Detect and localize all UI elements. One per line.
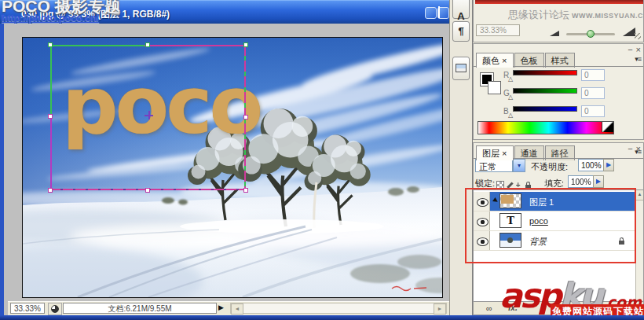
background-thumbnail[interactable]: [499, 233, 521, 248]
layers-panel-tabs: 图层 ×通道路径: [476, 145, 576, 159]
red-channel-slider[interactable]: [513, 70, 577, 75]
red-watermark-bar: [475, 0, 643, 4]
scroll-left-button[interactable]: ◄: [231, 303, 243, 314]
red-slider-thumb[interactable]: △: [508, 75, 513, 83]
blue-slider-thumb[interactable]: △: [508, 112, 513, 119]
layer-name[interactable]: 图层 1: [529, 197, 554, 208]
tree-dot: [507, 237, 513, 243]
visibility-cell: [474, 231, 490, 250]
link-layers-icon[interactable]: ∞: [486, 303, 492, 313]
layers-panel: −× 图层 ×通道路径 ▾≡ 正常 ▾ 不透明度: 100% ▶ 锁定: + 填…: [473, 142, 644, 315]
opacity-value-field[interactable]: 100%: [578, 159, 604, 171]
zoom-in-icon[interactable]: [623, 28, 635, 36]
image-canvas[interactable]: poco: [22, 37, 443, 298]
image-palette-button[interactable]: [452, 57, 470, 80]
blend-mode-arrow-icon[interactable]: ▾: [513, 159, 525, 172]
background-locked-icon: [619, 241, 624, 245]
lock-all-icon[interactable]: [525, 185, 531, 189]
layer1-content-preview: [501, 195, 514, 204]
lock-position-icon[interactable]: +: [516, 181, 521, 189]
window-bottom-edge: [0, 315, 644, 320]
palette-dock-strip: A ¶: [449, 0, 472, 315]
fill-spinner-arrow[interactable]: ▶: [593, 175, 604, 188]
layer-style-fx-icon[interactable]: fx.: [508, 303, 518, 312]
document-titlebar[interactable]: 030.jpg @ 33.3% (图层 1, RGB/8#): [0, 0, 449, 24]
scroll-right-button[interactable]: ►: [434, 303, 446, 314]
tab-close-icon[interactable]: ×: [502, 56, 507, 65]
missyuan-name: 思缘设计论坛: [508, 9, 569, 20]
navigator-panel: 思缘设计论坛 WWW.MISSYUAN.COM 33.33%: [473, 0, 644, 42]
zoom-out-icon[interactable]: [550, 31, 559, 36]
status-doc-size: 文档:6.21M/9.55M: [63, 303, 217, 314]
layer-row-poco[interactable]: T poco: [474, 211, 635, 231]
background-color-swatch[interactable]: [488, 81, 501, 94]
layer-name[interactable]: poco: [529, 216, 548, 226]
lock-pixels-icon[interactable]: [507, 182, 513, 188]
green-slider-thumb[interactable]: △: [508, 94, 513, 101]
eye-icon[interactable]: [477, 218, 488, 226]
color-panel-menu-icon[interactable]: ▾≡: [635, 55, 641, 63]
opacity-label: 不透明度:: [531, 161, 568, 173]
photoshop-workspace: 030.jpg @ 33.3% (图层 1, RGB/8#): [0, 0, 644, 320]
zoom-slider-thumb[interactable]: [587, 30, 595, 38]
horizontal-scrollbar[interactable]: ◄ ►: [230, 303, 447, 314]
status-bar: 33.33% 文档:6.21M/9.55M ▶ ◄ ►: [8, 301, 449, 315]
scroll-up-button[interactable]: ▲: [636, 190, 643, 200]
color-panel-controls: −×: [624, 46, 641, 53]
layers-panel-menu-icon[interactable]: ▾≡: [635, 148, 641, 156]
opacity-spinner-arrow[interactable]: ▶: [603, 159, 614, 171]
maximize-icon: [438, 6, 440, 18]
poco-layer-text: poco: [62, 57, 260, 155]
document-window: 030.jpg @ 33.3% (图层 1, RGB/8#): [0, 0, 449, 315]
red-value-field[interactable]: 0: [581, 69, 605, 81]
layer1-thumbnail[interactable]: [499, 193, 521, 208]
panel-close-button[interactable]: ×: [636, 45, 641, 54]
tab-layers[interactable]: 图层 ×: [476, 145, 514, 160]
tab-close-icon[interactable]: ×: [502, 149, 507, 158]
color-panel: −× 颜色 ×色板样式 ▾≡ R △ 0 G △ 0 B △ 0: [473, 43, 644, 140]
layer-row-layer1[interactable]: 图层 1: [474, 192, 635, 211]
color-panel-tabs: 颜色 ×色板样式: [476, 53, 576, 66]
blue-channel-slider[interactable]: [513, 106, 577, 112]
layers-scrollbar[interactable]: ▲: [635, 190, 643, 304]
layer-row-background[interactable]: 背景: [474, 231, 635, 251]
panel-minimize-button[interactable]: −: [628, 45, 632, 54]
navigator-zoom-field[interactable]: 33.33%: [476, 24, 520, 36]
panel-dock: 思缘设计论坛 WWW.MISSYUAN.COM 33.33% −× 颜色 ×色板…: [472, 0, 644, 315]
blue-value-field[interactable]: 0: [581, 105, 605, 117]
visibility-cell: [474, 211, 490, 230]
black-white-swatch[interactable]: [602, 122, 613, 132]
status-scratch-icon[interactable]: [48, 303, 62, 315]
panel-resize-grip[interactable]: [635, 33, 641, 39]
missyuan-site: WWW.MISSYUAN.COM: [572, 12, 644, 20]
lock-buttons: +: [496, 179, 533, 189]
character-palette-button[interactable]: A: [452, 0, 470, 19]
panel-minimize-button[interactable]: −: [628, 144, 632, 153]
image-panel-icon: [456, 64, 467, 72]
status-zoom-field[interactable]: 33.33%: [10, 303, 45, 314]
lock-label: 锁定:: [475, 178, 495, 189]
green-value-field[interactable]: 0: [581, 87, 605, 99]
row-highlight: 图层 1: [490, 192, 635, 211]
blend-mode-select[interactable]: 正常: [475, 159, 513, 172]
paragraph-palette-button[interactable]: ¶: [452, 21, 470, 42]
document-title: 030.jpg @ 33.3% (图层 1, RGB/8#): [21, 8, 170, 21]
navigator-zoom-slider[interactable]: [566, 33, 615, 35]
eye-icon[interactable]: [477, 198, 488, 207]
fill-value-field[interactable]: 100%: [568, 175, 594, 188]
eye-icon[interactable]: [477, 237, 488, 246]
status-popup-arrow[interactable]: ▶: [218, 303, 228, 311]
window-minimize-button[interactable]: [425, 7, 437, 19]
tab-color[interactable]: 颜色 ×: [476, 53, 514, 68]
missyuan-watermark: 思缘设计论坛 WWW.MISSYUAN.COM: [508, 8, 644, 22]
layer-name[interactable]: 背景: [529, 236, 547, 248]
fill-label: 填充:: [544, 178, 564, 189]
layers-list: 图层 1 T poco 背景 ▲: [474, 189, 643, 304]
color-spectrum-ramp[interactable]: [478, 121, 614, 134]
window-maximize-button[interactable]: [437, 7, 449, 19]
visibility-cell: [474, 192, 490, 211]
clock-icon: [51, 305, 59, 313]
lock-transparency-icon[interactable]: [496, 181, 504, 189]
text-layer-thumbnail[interactable]: T: [499, 213, 521, 228]
green-channel-slider[interactable]: [513, 88, 577, 94]
